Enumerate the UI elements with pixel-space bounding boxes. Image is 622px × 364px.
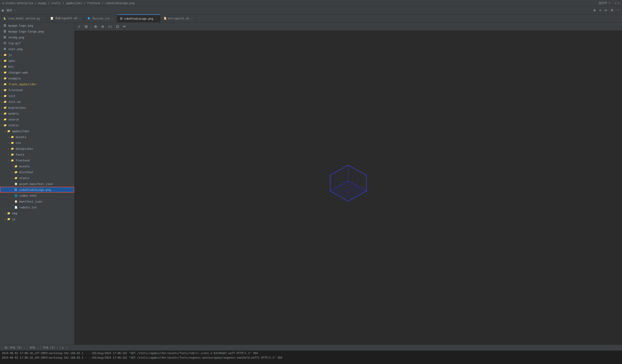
tab-logo-watermark[interactable]: 📝 更换logo水印.md ✕ bbox=[47, 15, 84, 22]
tab-icon-md: 📝 bbox=[51, 17, 54, 20]
tree-item-name: frontend bbox=[8, 88, 73, 92]
tree-file-icon: 🖼 bbox=[4, 24, 8, 27]
tree-item-assets[interactable]: 📁assets bbox=[0, 134, 74, 140]
tab-entrypoint[interactable]: 📜 entrypoint.sh ✕ bbox=[160, 15, 196, 22]
tree-item-fonts[interactable]: 📁fonts bbox=[0, 152, 74, 157]
toolbar-format-btn[interactable]: ≡ bbox=[598, 8, 603, 12]
tree-item-manifest-json[interactable]: 📋manifest.json bbox=[0, 199, 74, 204]
tree-item-init-en[interactable]: 📁init-en bbox=[0, 99, 74, 105]
tree-item-frontend[interactable]: 📁frontend bbox=[0, 87, 74, 93]
tree-item-static[interactable]: 📁static bbox=[0, 122, 74, 128]
zoom-out-button[interactable]: ⊖ bbox=[100, 24, 105, 29]
status-local-label: 本地 bbox=[30, 346, 35, 349]
toolbar-split-btn[interactable]: ⇌ bbox=[603, 8, 608, 12]
tree-item-name: frontend bbox=[16, 159, 73, 162]
status-local-close[interactable]: ✕ bbox=[37, 346, 38, 349]
tree-item-name: assets bbox=[16, 135, 73, 139]
actual-size-button[interactable]: 1:1 bbox=[107, 24, 113, 29]
tree-item-spec[interactable]: 📁spec bbox=[0, 58, 74, 64]
add-terminal-button[interactable]: + bbox=[60, 346, 65, 350]
tab-label-logo-watermark: 更换logo水印.md bbox=[55, 17, 78, 20]
log-line-1: 2024-08-02 17:06:10,137:INFO:werkzeug:19… bbox=[2, 352, 620, 356]
tree-item-myapp-logo-png[interactable]: 🖼myapp-logo.png bbox=[0, 22, 74, 28]
tree-arrow bbox=[0, 89, 4, 91]
tree-file-icon: 📁 bbox=[7, 212, 11, 215]
eyedropper-button[interactable]: ✏ bbox=[122, 24, 127, 29]
tab-favicon[interactable]: 🔷 favicon.ico ✕ bbox=[84, 15, 117, 22]
status-local2-close[interactable]: ✕ bbox=[57, 346, 58, 349]
toolbar-minimize-btn[interactable]: − bbox=[616, 8, 620, 12]
tree-item-user-png[interactable]: 🖼user.png bbox=[0, 46, 74, 52]
project-button[interactable]: 项目 bbox=[5, 8, 14, 13]
main-area: 🖼myapp-logo.png🖼myapp-logo-large.png🖼noi… bbox=[0, 22, 622, 345]
tree-item-js[interactable]: 📁js bbox=[0, 216, 74, 222]
tree-arrow bbox=[11, 171, 15, 173]
tree-item-name: noimg.png bbox=[8, 36, 73, 39]
tab-cube-studio-logo[interactable]: 🖼 cubeStudioLogo.png ✕ bbox=[117, 15, 160, 22]
tree-file-icon: 📁 bbox=[4, 118, 8, 121]
content-area: ⤢ ⊞ ⊕ ⊖ 1:1 ⊡ ✏ bbox=[75, 22, 622, 345]
tree-item-models[interactable]: 📁models bbox=[0, 110, 74, 116]
tree-item-init[interactable]: 📁init bbox=[0, 93, 74, 99]
tab-close-entrypoint[interactable]: ✕ bbox=[191, 17, 193, 20]
image-canvas bbox=[75, 31, 622, 345]
zoom-in-button[interactable]: ⊕ bbox=[93, 24, 98, 29]
dropdown-arrow[interactable]: ▾ bbox=[15, 9, 16, 12]
tree-arrow bbox=[7, 136, 11, 138]
toolbar-settings-btn[interactable]: ⚙ bbox=[609, 8, 615, 12]
tree-item-asset-manifest-json[interactable]: 📋asset-manifest.json bbox=[0, 181, 74, 187]
tree-item-name: js bbox=[8, 53, 73, 57]
tree-item-search[interactable]: 📁search bbox=[0, 116, 74, 122]
tab-close-view-model-define[interactable]: ✕ bbox=[43, 17, 44, 20]
grid-button[interactable]: ⊞ bbox=[83, 24, 89, 29]
tab-close-cube-studio-logo[interactable]: ✕ bbox=[156, 17, 157, 20]
tree-item-noimg-png[interactable]: 🖼noimg.png bbox=[0, 34, 74, 40]
toolbar-sync-btn[interactable]: ⊕ bbox=[592, 8, 597, 12]
status-terminal[interactable]: 端: 本地 (4) ✕ bbox=[2, 345, 27, 350]
tree-item-static[interactable]: 📁static bbox=[0, 175, 74, 181]
tree-item-migrations[interactable]: 📁migrations bbox=[0, 105, 74, 110]
tree-item-example[interactable]: 📁example bbox=[0, 75, 74, 81]
tree-item-bin[interactable]: 📁bin bbox=[0, 64, 74, 70]
tab-close-favicon[interactable]: ✕ bbox=[112, 17, 114, 20]
expand-button[interactable]: ⤢ bbox=[76, 24, 82, 29]
tree-item-myapp-logo-large-png[interactable]: 🖼myapp-logo-large.png bbox=[0, 28, 74, 34]
tree-item-assets[interactable]: 📁assets bbox=[0, 163, 74, 169]
tree-file-icon: 🎞 bbox=[4, 42, 8, 45]
status-terminal-close[interactable]: ✕ bbox=[23, 346, 25, 349]
tree-arrow bbox=[0, 54, 4, 56]
tab-close-logo-watermark[interactable]: ✕ bbox=[79, 17, 81, 20]
tree-arrow bbox=[0, 101, 4, 103]
tree-item-img[interactable]: 📁img bbox=[0, 210, 74, 216]
titlebar-nav-arrows[interactable]: < > bbox=[615, 1, 620, 5]
tab-label-view-model-define: view_model_define.py bbox=[8, 17, 40, 20]
tree-item-chatgpt-web[interactable]: 📁chatgpt-web bbox=[0, 70, 74, 75]
tree-arrow bbox=[0, 112, 4, 115]
fit-button[interactable]: ⊡ bbox=[115, 24, 120, 29]
tree-item-tip-gif[interactable]: 🎞tip.gif bbox=[0, 40, 74, 46]
tree-item-css[interactable]: 📁css bbox=[0, 140, 74, 146]
tree-item-index-html[interactable]: 🌐index.html bbox=[0, 193, 74, 199]
svg-point-24 bbox=[361, 185, 362, 186]
tree-item-name: myapp-logo.png bbox=[8, 24, 73, 27]
tree-item-name: myapp-logo-large.png bbox=[8, 30, 73, 33]
status-local2[interactable]: 本地 (2) ✕ bbox=[41, 345, 60, 350]
tab-view-model-define[interactable]: 🐍 view_model_define.py ✕ bbox=[0, 15, 47, 22]
tree-item-name: search bbox=[8, 118, 73, 121]
tree-item-flask-appbuilder[interactable]: 📁flask_appbuilder bbox=[0, 81, 74, 87]
tree-arrow bbox=[0, 59, 4, 62]
tree-item-frontend[interactable]: 📁frontend bbox=[0, 157, 74, 163]
tree-arrow bbox=[0, 95, 4, 97]
tree-item-name: models bbox=[8, 112, 73, 115]
titlebar-right-label[interactable]: 副文件 + bbox=[599, 1, 610, 5]
tree-item-appbuilder[interactable]: 📁appbuilder bbox=[0, 128, 74, 134]
tree-item-distchat[interactable]: 📁distChat bbox=[0, 169, 74, 175]
tree-item-js[interactable]: 📁js bbox=[0, 52, 74, 58]
tab-icon-py: 🐍 bbox=[3, 17, 6, 20]
status-local[interactable]: 本地 ✕ bbox=[27, 345, 41, 350]
terminal-dropdown-button[interactable]: ▾ bbox=[65, 346, 69, 349]
tree-item-robots-txt[interactable]: 📄robots.txt bbox=[0, 204, 74, 210]
tree-file-icon: 🖼 bbox=[15, 188, 19, 191]
tree-item-cubestudiologo-png[interactable]: 🖼cubeStudioLogo.png bbox=[0, 187, 74, 193]
tree-item-datepicker[interactable]: 📁datepicker bbox=[0, 146, 74, 152]
